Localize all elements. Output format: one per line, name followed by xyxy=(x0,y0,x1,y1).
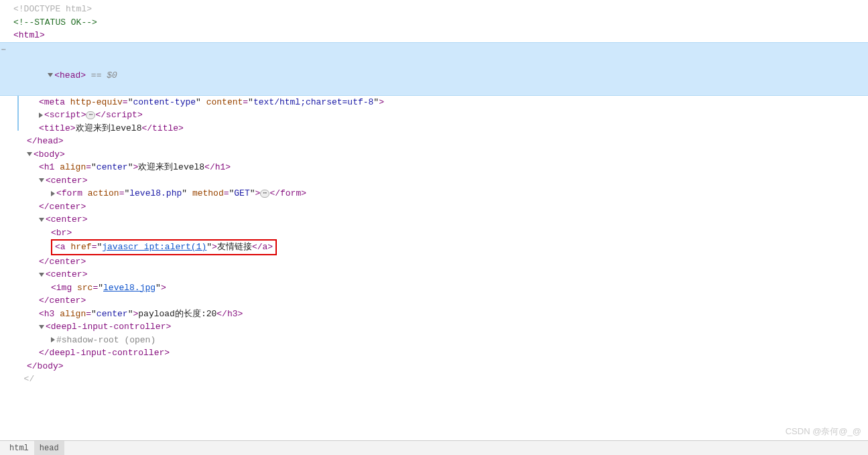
expand-toggle-icon[interactable] xyxy=(39,325,44,329)
line-deepl-open[interactable]: <deepl-input-controller> xyxy=(0,320,868,334)
expand-toggle-icon[interactable] xyxy=(51,337,55,342)
line-center1-open[interactable]: <center> xyxy=(0,174,868,188)
ellipsis-icon[interactable]: ⋯ xyxy=(260,190,269,198)
line-h3[interactable]: <h3 align="center">payload的长度:20</h3> xyxy=(0,308,868,321)
line-center3-close[interactable]: </center> xyxy=(0,294,868,308)
expand-toggle-icon[interactable] xyxy=(27,152,32,156)
src-link[interactable]: level8.jpg xyxy=(103,283,156,293)
line-html-open[interactable]: <html> xyxy=(0,29,868,42)
line-comment[interactable]: <!--STATUS OK--> xyxy=(0,16,868,29)
expand-toggle-icon[interactable] xyxy=(39,273,44,277)
line-body-close[interactable]: </body> xyxy=(0,360,868,373)
watermark: CSDN @奈何@_@ xyxy=(786,425,861,438)
line-center3-open[interactable]: <center> xyxy=(0,268,868,281)
line-img[interactable]: <img src="level8.jpg"> xyxy=(0,281,868,295)
ellipsis-icon[interactable]: ⋯ xyxy=(86,111,95,119)
dom-tree[interactable]: <!DOCTYPE html> <!--STATUS OK--> <html> … xyxy=(0,0,868,386)
expand-toggle-icon[interactable] xyxy=(48,73,53,77)
line-center1-close[interactable]: </center> xyxy=(0,200,868,214)
line-a-highlighted[interactable]: <a href="javascr_ipt:alert(1)">友情链接</a> xyxy=(0,239,868,255)
breadcrumb-head[interactable]: head xyxy=(34,441,64,456)
line-head-open-selected[interactable]: ⋯ <head> == $0 xyxy=(0,42,868,96)
breadcrumb-html[interactable]: html xyxy=(4,441,34,456)
expand-toggle-icon[interactable] xyxy=(39,113,43,118)
line-br[interactable]: <br> xyxy=(0,226,868,240)
line-shadowroot[interactable]: #shadow-root (open) xyxy=(0,334,868,347)
line-doctype[interactable]: <!DOCTYPE html> xyxy=(0,3,868,16)
expand-toggle-icon[interactable] xyxy=(51,191,55,196)
line-meta[interactable]: <meta http-equiv="content-type" content=… xyxy=(0,96,868,109)
line-center2-open[interactable]: <center> xyxy=(0,213,868,226)
line-center2-close[interactable]: </center> xyxy=(0,255,868,269)
href-link[interactable]: javascr_ipt:alert(1) xyxy=(102,242,206,252)
line-script[interactable]: <script>⋯</script> xyxy=(0,109,868,122)
line-cut: </ xyxy=(0,373,868,386)
more-icon[interactable]: ⋯ xyxy=(1,44,6,56)
expand-toggle-icon[interactable] xyxy=(39,178,44,182)
line-h1[interactable]: <h1 align="center">欢迎来到level8</h1> xyxy=(0,161,868,174)
line-head-close[interactable]: </head> xyxy=(0,135,868,148)
breadcrumb[interactable]: html head xyxy=(0,440,868,455)
line-title[interactable]: <title>欢迎来到level8</title> xyxy=(0,122,868,135)
expand-toggle-icon[interactable] xyxy=(39,218,44,222)
line-form[interactable]: <form action="level8.php" method="GET">⋯… xyxy=(0,187,868,200)
line-body-open[interactable]: <body> xyxy=(0,148,868,161)
line-deepl-close[interactable]: </deepl-input-controller> xyxy=(0,346,868,360)
